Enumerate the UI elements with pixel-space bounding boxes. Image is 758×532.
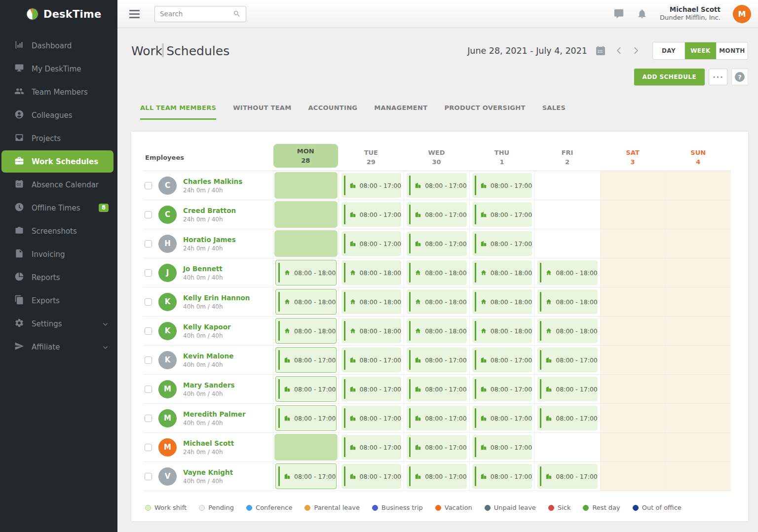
calendar-picker-icon[interactable] [595,45,606,57]
shift-chip[interactable]: 08:00 - 17:00 [275,376,337,402]
schedule-cell[interactable] [600,433,666,461]
bell-icon[interactable] [637,8,647,19]
schedule-cell[interactable]: 08:00 - 18:00 [339,258,404,287]
day-header-mon[interactable]: MON28 [273,144,338,168]
schedule-cell[interactable]: 08:00 - 17:00 [404,200,469,229]
avatar[interactable]: C [158,177,177,195]
sidebar-item-settings[interactable]: Settings [0,312,117,335]
schedule-cell[interactable] [534,171,600,200]
schedule-cell[interactable]: 08:00 - 18:00 [339,317,404,345]
tab-without-team[interactable]: WITHOUT TEAM [233,104,291,120]
schedule-cell[interactable]: 08:00 - 17:00 [404,171,469,200]
shift-chip[interactable]: 08:00 - 17:00 [275,347,337,373]
day-header-wed[interactable]: WED30 [404,144,469,171]
tab-product-oversight[interactable]: PRODUCT OVERSIGHT [444,104,525,120]
shift-chip[interactable]: 08:00 - 17:00 [341,231,402,256]
shift-chip[interactable]: 08:00 - 17:00 [341,173,402,198]
shift-chip[interactable]: 08:00 - 17:00 [472,464,532,489]
shift-chip[interactable]: 08:00 - 17:00 [407,435,467,460]
schedule-cell[interactable]: 08:00 - 17:00 [273,404,339,432]
schedule-cell[interactable] [665,404,731,432]
user-avatar[interactable]: M [733,5,751,23]
shift-chip[interactable]: 08:00 - 17:00 [472,377,532,401]
schedule-cell[interactable] [665,171,731,200]
schedule-cell[interactable] [665,317,731,345]
schedule-cell[interactable]: 08:00 - 17:00 [339,200,404,229]
schedule-cell[interactable]: 08:00 - 17:00 [469,375,535,403]
employee-name[interactable]: Charles Malkins [183,177,242,185]
shift-chip[interactable]: 08:00 - 18:00 [341,260,402,285]
schedule-cell[interactable] [665,433,731,461]
search-icon[interactable] [233,10,241,18]
employee-checkbox[interactable] [145,356,152,364]
shift-chip[interactable]: 08:00 - 18:00 [407,289,467,314]
selected-day-shift-block[interactable] [274,230,338,257]
schedule-cell[interactable] [273,200,339,229]
schedule-cell[interactable]: 08:00 - 17:00 [534,404,600,432]
schedule-cell[interactable]: 08:00 - 17:00 [273,462,339,491]
avatar[interactable]: H [158,235,177,253]
shift-chip[interactable]: 08:00 - 17:00 [537,464,598,489]
employee-name[interactable]: Meredith Palmer [183,410,246,418]
sidebar-item-invoicing[interactable]: Invoicing [0,243,117,266]
help-button[interactable]: ? [731,69,748,85]
shift-chip[interactable]: 08:00 - 18:00 [472,260,532,285]
tab-all-team-members[interactable]: ALL TEAM MEMBERS [140,104,216,120]
employee-checkbox[interactable] [145,444,152,451]
day-header-tue[interactable]: TUE29 [339,144,404,171]
schedule-cell[interactable]: 08:00 - 17:00 [404,404,469,432]
next-week-icon[interactable] [632,46,641,55]
shift-chip[interactable]: 08:00 - 17:00 [472,348,532,372]
schedule-cell[interactable]: 08:00 - 18:00 [469,287,535,316]
view-week-button[interactable]: WEEK [684,42,716,59]
avatar[interactable]: M [158,409,177,427]
employee-name[interactable]: Mary Sanders [183,381,235,389]
schedule-cell[interactable]: 08:00 - 18:00 [469,317,535,345]
schedule-cell[interactable]: 08:00 - 17:00 [469,171,535,200]
tab-accounting[interactable]: ACCOUNTING [308,104,357,120]
day-header-sun[interactable]: SUN4 [665,144,731,171]
day-header-fri[interactable]: FRI2 [534,144,600,171]
schedule-cell[interactable]: 08:00 - 18:00 [273,258,339,287]
employee-name[interactable]: Vayne Knight [183,468,233,476]
shift-chip[interactable]: 08:00 - 18:00 [472,289,532,314]
shift-chip[interactable]: 08:00 - 18:00 [275,318,337,344]
avatar[interactable]: M [158,438,177,457]
schedule-cell[interactable]: 08:00 - 17:00 [404,229,469,258]
shift-chip[interactable]: 08:00 - 17:00 [537,406,598,430]
chat-icon[interactable] [613,8,624,19]
avatar[interactable]: K [158,351,177,369]
selected-day-shift-block[interactable] [274,172,338,199]
schedule-cell[interactable]: 08:00 - 17:00 [273,375,339,403]
employee-name[interactable]: Kelly Erin Hannon [183,294,250,302]
day-header-thu[interactable]: THU1 [469,144,535,171]
user-menu[interactable]: Michael Scott Dunder Mifflin, Inc. [660,5,720,22]
schedule-cell[interactable]: 08:00 - 17:00 [339,433,404,461]
shift-chip[interactable]: 08:00 - 17:00 [341,406,402,430]
schedule-cell[interactable] [665,346,731,374]
schedule-cell[interactable] [273,171,339,200]
employee-checkbox[interactable] [145,386,152,393]
schedule-cell[interactable]: 08:00 - 18:00 [469,258,535,287]
shift-chip[interactable]: 08:00 - 17:00 [341,464,402,489]
employee-name[interactable]: Michael Scott [183,439,234,447]
shift-chip[interactable]: 08:00 - 17:00 [341,202,402,227]
schedule-cell[interactable] [273,433,339,461]
more-options-button[interactable]: ••• [709,69,727,85]
schedule-cell[interactable] [600,317,666,345]
employee-name[interactable]: Creed Bratton [183,207,236,214]
schedule-cell[interactable]: 08:00 - 18:00 [273,287,339,316]
avatar[interactable]: K [158,293,177,311]
schedule-cell[interactable] [600,171,666,200]
schedule-cell[interactable]: 08:00 - 18:00 [534,258,600,287]
shift-chip[interactable]: 08:00 - 18:00 [537,260,598,285]
logo[interactable]: DeskTime [0,0,117,28]
employee-name[interactable]: Horatio James [183,236,236,244]
schedule-cell[interactable]: 08:00 - 17:00 [339,462,404,491]
hamburger-icon[interactable] [129,10,140,18]
schedule-cell[interactable] [600,346,666,374]
shift-chip[interactable]: 08:00 - 17:00 [472,435,532,460]
employee-checkbox[interactable] [145,327,152,335]
schedule-cell[interactable]: 08:00 - 17:00 [339,375,404,403]
shift-chip[interactable]: 08:00 - 17:00 [472,406,532,430]
